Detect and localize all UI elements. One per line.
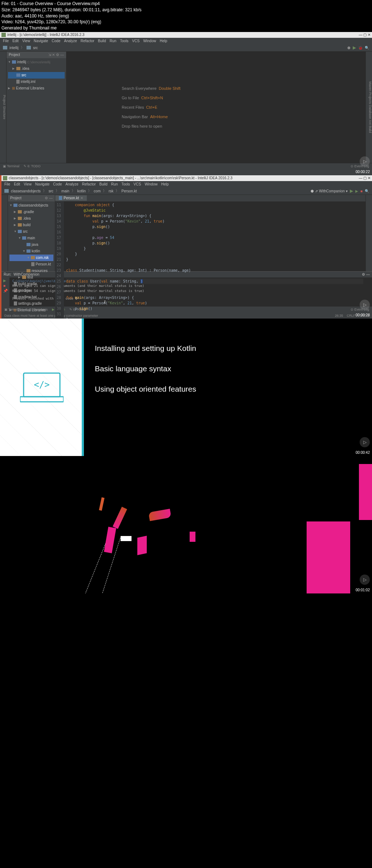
messages-tab[interactable]: ⊙ 0: Messages — [25, 308, 48, 311]
status-bar — [0, 169, 372, 175]
rerun-icon[interactable]: ▶ — [3, 279, 8, 283]
tree-main[interactable]: ▼main — [9, 235, 53, 241]
gutter: 1112131415161718192021222324252627282930… — [55, 201, 64, 323]
menu-bar[interactable]: File Edit View Navigate Code Analyze Ref… — [0, 38, 372, 44]
menu-vcs[interactable]: VCS — [132, 39, 140, 43]
search-icon[interactable]: 🔍 — [365, 189, 369, 193]
menu-vcs[interactable]: VCS — [134, 182, 141, 186]
window-controls[interactable]: — ▢ ✕ — [359, 176, 371, 180]
menu-tools[interactable]: Tools — [121, 182, 130, 186]
menu-refactor[interactable]: Refactor — [81, 39, 94, 43]
tree-item-src[interactable]: src — [8, 72, 65, 79]
crumb-3[interactable]: kotlin — [77, 189, 86, 193]
tree-root[interactable]: ▼classesandobjects — [9, 202, 53, 209]
menu-help[interactable]: Help — [160, 39, 167, 43]
terminal-tab[interactable]: ▣ Terminal — [4, 308, 21, 311]
menu-window[interactable]: Window — [143, 39, 156, 43]
tree-item-iml[interactable]: intellij.iml — [8, 79, 65, 85]
frame-timestamp: 00:01:02 — [356, 588, 370, 592]
menu-view[interactable]: View — [22, 39, 30, 43]
debug-button[interactable]: 🐞 — [358, 46, 363, 50]
debug-button[interactable]: ▶ — [355, 189, 358, 193]
left-tool-strip[interactable] — [1, 195, 8, 271]
crumb-root[interactable]: intellij — [9, 46, 19, 50]
menu-file[interactable]: File — [3, 39, 9, 43]
crumb-2[interactable]: main — [61, 189, 69, 193]
terminal-tab[interactable]: ▣ Terminal — [3, 164, 19, 168]
menu-navigate[interactable]: Navigate — [35, 182, 49, 186]
menu-bar[interactable]: File Edit View Navigate Code Analyze Ref… — [1, 181, 372, 188]
tree-root[interactable]: ▼intellij C:\demos\intellij — [8, 59, 65, 65]
window-controls[interactable]: — ▢ ✕ — [359, 33, 371, 37]
menu-run[interactable]: Run — [110, 39, 116, 43]
window-titlebar: intellij - [c:\demos\intellij] - Intelli… — [0, 32, 372, 38]
crumb-0[interactable]: classesandobjects — [11, 189, 41, 193]
collapse-icon[interactable]: ⇲ ✕ ⚙ — — [48, 53, 64, 57]
right-tool-strip[interactable]: Maven Projects Database Ant Build — [365, 52, 372, 163]
frame-timestamp: 00:00:28 — [356, 313, 370, 317]
tree-item-idea[interactable]: ▶.idea — [8, 65, 65, 72]
project-tree[interactable]: ▼intellij C:\demos\intellij ▶.idea src i… — [7, 58, 66, 92]
menu-code[interactable]: Code — [53, 182, 62, 186]
menu-tools[interactable]: Tools — [120, 39, 128, 43]
menu-window[interactable]: Window — [145, 182, 158, 186]
left-tool-strip[interactable]: Project Structure — [0, 52, 7, 163]
pin-icon[interactable]: 📌 — [3, 289, 8, 293]
menu-navigate[interactable]: Navigate — [34, 39, 48, 43]
menu-file[interactable]: File — [4, 182, 10, 186]
crumb-4[interactable]: com — [94, 189, 101, 193]
run-toolbar[interactable]: ▶ ■ 📌 — [1, 277, 9, 307]
tree-build[interactable]: ▶build — [9, 222, 53, 228]
stop-button[interactable]: ■ — [360, 189, 363, 193]
menu-view[interactable]: View — [24, 182, 32, 186]
hint-recent: Recent Files — [122, 105, 144, 109]
project-header: Project ⚙ — — [8, 195, 55, 201]
menu-refactor[interactable]: Refactor — [82, 182, 96, 186]
maven-tab[interactable]: Maven Projects — [368, 81, 372, 104]
menu-edit[interactable]: Edit — [12, 39, 19, 43]
ant-tab[interactable]: Ant Build — [368, 120, 372, 133]
menu-help[interactable]: Help — [161, 182, 169, 186]
play-overlay-icon: ▷ — [360, 156, 370, 167]
database-tab[interactable]: Database — [368, 105, 372, 119]
hint-navbar: Navigation Bar — [122, 115, 148, 119]
stop-icon[interactable]: ■ — [3, 284, 8, 288]
collapse-icon[interactable]: ⚙ — — [45, 196, 53, 200]
crumb-src[interactable]: src — [33, 46, 38, 50]
run-config-name: WithCompanion — [13, 272, 39, 276]
crumb-5[interactable]: rsk — [109, 189, 113, 193]
tree-pkg[interactable]: ▼com.rsk — [9, 255, 53, 261]
tree-idea[interactable]: ▶.idea — [9, 215, 53, 222]
app-icon — [3, 176, 7, 180]
run-button[interactable]: ▶ — [353, 45, 356, 50]
gradient-shape — [113, 507, 127, 529]
build-icon[interactable]: ⬢ — [347, 46, 351, 50]
tree-libs[interactable]: ▶⊞External Libraries — [8, 85, 65, 92]
tree-kotlin[interactable]: ▼kotlin — [9, 248, 53, 255]
run-button[interactable]: ▶ — [350, 188, 353, 193]
run-config-selector[interactable]: ⬢ ⇗ WithCompanion ▾ — [311, 189, 348, 193]
menu-edit[interactable]: Edit — [14, 182, 20, 186]
structure-tab[interactable]: Structure — [3, 106, 6, 120]
pink-shape — [190, 532, 195, 542]
editor-tab-person[interactable]: Person.kt✕ — [55, 195, 87, 201]
menu-analyze[interactable]: Analyze — [65, 182, 78, 186]
menu-build[interactable]: Build — [100, 182, 108, 186]
close-icon[interactable]: ✕ — [80, 196, 83, 200]
crumb-6[interactable]: Person.kt — [121, 189, 137, 193]
tree-java[interactable]: java — [9, 241, 53, 248]
search-icon[interactable]: 🔍 — [365, 46, 369, 50]
right-tool-strip[interactable] — [365, 195, 372, 271]
crumb-1[interactable]: src — [49, 189, 53, 193]
todo-tab[interactable]: ✎ 6: TODO — [24, 164, 40, 168]
orange-shape — [99, 497, 104, 511]
menu-build[interactable]: Build — [98, 39, 106, 43]
tree-gradle[interactable]: ▶.gradle — [9, 209, 53, 215]
tree-file-person[interactable]: Person.kt — [9, 261, 53, 268]
editor-area[interactable]: Person.kt✕ 11121314151617181920212223242… — [55, 195, 365, 271]
menu-analyze[interactable]: Analyze — [64, 39, 77, 43]
project-tab[interactable]: Project — [3, 95, 6, 105]
menu-run[interactable]: Run — [111, 182, 118, 186]
tree-src[interactable]: ▼src — [9, 228, 53, 235]
menu-code[interactable]: Code — [52, 39, 60, 43]
